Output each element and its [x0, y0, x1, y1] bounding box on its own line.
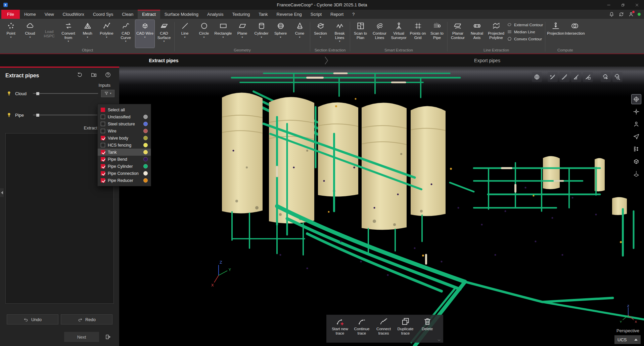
menu-tab-texturing[interactable]: Texturing [228, 10, 254, 19]
menu-tab-report[interactable]: Report [326, 10, 348, 19]
ribbon-button-points-on-grid[interactable]: Points on Grid [408, 20, 427, 48]
checkbox[interactable] [101, 178, 105, 183]
ribbon-button-projection[interactable]: Projection [546, 20, 565, 48]
ucs-selector-button[interactable]: UCS [614, 335, 641, 344]
delete-button[interactable]: Delete [416, 317, 438, 331]
checkbox[interactable] [101, 164, 105, 168]
user-account-button[interactable] [628, 11, 634, 17]
ribbon-button-cad-wire[interactable]: CAD Wire▾ [135, 20, 154, 48]
measure-area-button[interactable] [583, 72, 593, 82]
next-button[interactable]: Next [64, 332, 99, 342]
checkbox[interactable] [101, 157, 105, 161]
measure-height-button[interactable] [631, 144, 641, 154]
ribbon-button-plane[interactable]: Plane▾ [233, 20, 252, 48]
reset-parameters-button[interactable] [77, 72, 83, 79]
filter-item-unclassified[interactable]: Unclassified [98, 113, 151, 120]
reference-sphere-button[interactable] [532, 72, 542, 82]
undo-button[interactable]: Undo [7, 314, 58, 324]
filter-item-pipe-cylinder[interactable]: Pipe Cylinder [98, 163, 151, 170]
ribbon-button-projected-polyline[interactable]: Projected Polyline [487, 20, 506, 48]
minimize-button[interactable] [602, 0, 616, 10]
menu-tab-home[interactable]: Home [20, 10, 40, 19]
checkbox[interactable] [101, 115, 105, 119]
toolbar-collapse-chevron-icon[interactable] [437, 338, 441, 342]
notifications-bell-button[interactable] [608, 11, 614, 17]
pipe-opacity-slider[interactable] [33, 113, 98, 117]
ribbon-button-sphere[interactable]: Sphere▾ [271, 20, 290, 48]
visibility-bulb-icon[interactable] [6, 112, 12, 118]
filter-item-steel-structure[interactable]: Steel structure [98, 120, 151, 127]
workflow-step-current[interactable]: Extract pipes [0, 54, 327, 67]
ribbon-button-median-line[interactable]: Median Line [507, 29, 543, 34]
orientation-gizmo[interactable]: Z X Y [618, 304, 639, 325]
close-button[interactable] [630, 0, 644, 10]
ribbon-button-cad-curve[interactable]: CAD Curve▾ [116, 20, 135, 48]
filter-item-wire[interactable]: Wire [98, 127, 151, 134]
ribbon-button-intersection[interactable]: Intersection [565, 20, 584, 48]
checkbox[interactable] [101, 108, 105, 112]
ribbon-button-cone[interactable]: Cone▾ [290, 20, 309, 48]
center-view-button[interactable] [631, 107, 641, 117]
filter-item-pipe-connection[interactable]: Pipe Connection [98, 170, 151, 177]
slider-handle[interactable] [36, 92, 39, 95]
measure-point-button[interactable] [548, 72, 558, 82]
checkbox[interactable] [101, 171, 105, 176]
ribbon-button-cad-surface[interactable]: CAD Surface▾ [154, 20, 174, 48]
ribbon-button-break-lines[interactable]: Break Lines▾ [330, 20, 349, 48]
slider-handle[interactable] [36, 114, 39, 117]
measure-distance-button[interactable] [559, 72, 569, 82]
user-view-button[interactable] [631, 119, 641, 129]
ribbon-button-mesh[interactable]: Mesh▾ [78, 20, 97, 48]
filter-item-pipe-bend[interactable]: Pipe Bend [98, 156, 151, 163]
section-view-button[interactable] [631, 169, 641, 179]
viewport-3d[interactable]: Z Y X Start new traceContinue traceConne… [119, 67, 644, 346]
menu-tab-view[interactable]: View [40, 10, 58, 19]
ribbon-button-external-contour[interactable]: External Contour [507, 22, 543, 27]
ribbon-button-neutral-axis[interactable]: Neutral Axis [467, 20, 487, 48]
ribbon-button-convex-contour[interactable]: Convex Contour [507, 36, 543, 41]
menu-tab-surface-modeling[interactable]: Surface Modeling [160, 10, 203, 19]
ribbon-button-cylinder[interactable]: Cylinder▾ [252, 20, 271, 48]
start-new-trace-button[interactable]: Start new trace [329, 317, 351, 335]
orbit-tool-button[interactable] [631, 94, 641, 104]
sync-button[interactable] [618, 11, 624, 17]
checkbox[interactable] [101, 122, 105, 126]
ribbon-button-polyline[interactable]: Polyline▾ [97, 20, 116, 48]
redo-button[interactable]: Redo [61, 314, 112, 324]
connect-traces-button[interactable]: Connect traces [373, 317, 395, 335]
ribbon-button-convert-from[interactable]: Convert from▾ [59, 20, 78, 48]
cloud-compare-button[interactable] [601, 72, 611, 82]
menu-tab-cloudworx[interactable]: CloudWorx [58, 10, 89, 19]
fly-navigation-button[interactable] [631, 131, 641, 142]
checkbox[interactable] [101, 136, 105, 140]
menu-tab-tank[interactable]: Tank [254, 10, 272, 19]
visibility-bulb-icon[interactable] [6, 90, 12, 97]
ribbon-button-cloud[interactable]: Cloud▾ [20, 20, 40, 48]
help-button[interactable] [105, 72, 111, 79]
point-cloud-scene[interactable]: Z Y X [119, 67, 644, 346]
measure-angle-button[interactable] [571, 72, 581, 82]
ribbon-button-scan-to-pipe[interactable]: Scan to Pipe [427, 20, 447, 48]
menu-tab-clean[interactable]: Clean [118, 10, 138, 19]
ribbon-button-rectangle[interactable]: Rectangle▾ [214, 20, 233, 48]
continue-trace-button[interactable]: Continue trace [351, 317, 373, 335]
ribbon-button-line[interactable]: Line▾ [175, 20, 194, 48]
menu-tab-analysis[interactable]: Analysis [203, 10, 228, 19]
checkbox[interactable] [101, 143, 105, 147]
menu-tab-reverse-eng[interactable]: Reverse Eng [272, 10, 306, 19]
ribbon-button-load-hspc[interactable]: Load HSPC [40, 20, 59, 48]
filter-item-pipe-reducer[interactable]: Pipe Reducer [98, 177, 151, 184]
filter-item-valve-body[interactable]: Valve body [98, 134, 151, 142]
cloud-inspect-button[interactable] [612, 72, 623, 82]
menu-tab-help[interactable]: ? [348, 10, 359, 19]
ribbon-button-planar-contour[interactable]: Planar Contour [448, 20, 467, 48]
ribbon-button-scan-to-plan[interactable]: Scan to Plan [351, 20, 370, 48]
menu-tab-extract[interactable]: Extract [138, 10, 160, 19]
checkbox[interactable] [101, 150, 105, 154]
filter-item-tank[interactable]: Tank [98, 149, 151, 156]
ribbon-button-virtual-surveyor[interactable]: Virtual Surveyor [389, 20, 408, 48]
export-settings-button[interactable] [91, 72, 97, 79]
send-to-export-button[interactable] [102, 332, 114, 342]
bounding-box-button[interactable] [631, 156, 641, 166]
ribbon-button-contour-lines[interactable]: Contour Lines [370, 20, 389, 48]
